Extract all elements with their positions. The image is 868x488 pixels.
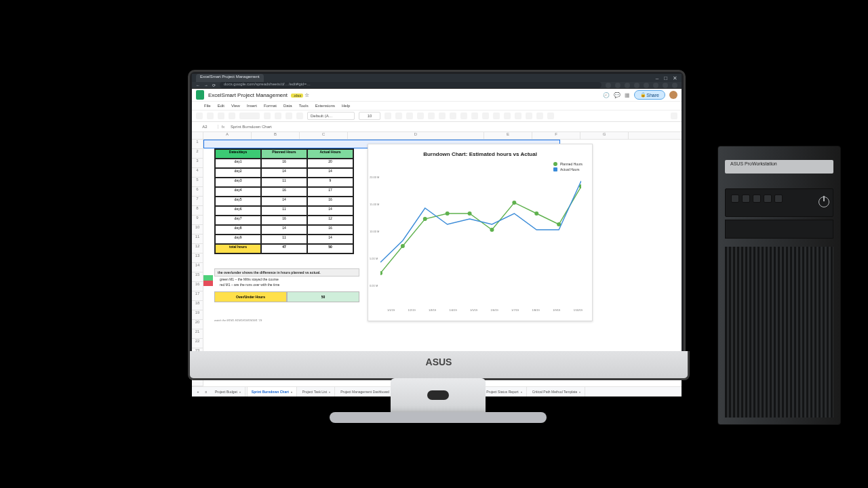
ext-icon[interactable] xyxy=(625,83,630,88)
row-header[interactable]: 8 xyxy=(192,206,203,216)
row-header[interactable]: 19 xyxy=(192,310,203,320)
nav-forward-icon[interactable]: → xyxy=(204,83,208,87)
insert-chart-icon[interactable] xyxy=(526,113,532,119)
table-cell[interactable]: 16 xyxy=(261,216,307,225)
doc-title-text[interactable]: ExcelSmart Project Management xyxy=(208,92,288,98)
borders-icon[interactable] xyxy=(439,113,446,119)
meet-icon[interactable]: ▦ xyxy=(625,92,630,98)
td-total-planned[interactable]: 47 xyxy=(261,244,307,253)
decimal-inc-icon[interactable] xyxy=(296,113,303,119)
table-cell[interactable]: day2 xyxy=(215,168,261,178)
doc-title[interactable]: ExcelSmart Project Management .xlsx ☆ xyxy=(208,92,309,98)
sheet-tab-menu-icon[interactable]: ▾ xyxy=(329,390,330,394)
col-header[interactable]: G xyxy=(580,132,629,139)
th-planned[interactable]: Planned Hours xyxy=(261,149,307,159)
row-header[interactable]: 10 xyxy=(192,225,203,235)
power-button-icon[interactable] xyxy=(818,197,829,207)
undo-icon[interactable] xyxy=(196,113,203,119)
redo-icon[interactable] xyxy=(207,113,214,119)
row-header[interactable]: 1 xyxy=(192,140,203,149)
strike-icon[interactable] xyxy=(406,113,413,119)
menu-file[interactable]: File xyxy=(204,104,211,108)
sheet-tab[interactable]: Sprint Burndown Chart▾ xyxy=(247,387,297,396)
bold-icon[interactable] xyxy=(384,113,391,119)
row-header[interactable]: 15 xyxy=(192,272,203,282)
fill-color-icon[interactable] xyxy=(428,113,435,119)
table-cell[interactable]: 14 xyxy=(307,206,353,216)
table-cell[interactable]: 9 xyxy=(307,178,353,187)
name-box[interactable]: A2 xyxy=(192,125,218,129)
ext-icon[interactable] xyxy=(644,83,649,88)
table-cell[interactable]: day3 xyxy=(215,178,261,187)
row-header[interactable]: 2 xyxy=(192,149,203,159)
burndown-table[interactable]: Dates/days Planned Hours Actual Hours da… xyxy=(214,148,354,254)
table-row[interactable]: day11620 xyxy=(215,159,353,168)
percent-icon[interactable] xyxy=(275,113,281,119)
all-sheets-button[interactable]: ≡ xyxy=(203,390,210,394)
table-cell[interactable]: day9 xyxy=(215,235,261,244)
table-row[interactable]: day41617 xyxy=(215,187,353,197)
sheet-tab[interactable]: Project Management Dashboard▾ xyxy=(336,387,397,396)
ext-icon[interactable] xyxy=(615,83,620,88)
select-all-corner[interactable] xyxy=(192,132,203,139)
rotate-icon[interactable] xyxy=(493,113,500,119)
menu-insert[interactable]: Insert xyxy=(247,104,257,108)
font-select[interactable]: Default (A… xyxy=(307,112,355,120)
sheet-tab[interactable]: Project Task List▾ xyxy=(298,387,335,396)
url-input[interactable]: docs.google.com/spreadsheets/d/…/edit#gi… xyxy=(220,82,601,88)
sheet-tab-menu-icon[interactable]: ▾ xyxy=(521,390,522,394)
menu-extensions[interactable]: Extensions xyxy=(315,104,335,108)
sheet-tab-menu-icon[interactable]: ▾ xyxy=(239,390,241,394)
table-cell[interactable]: day8 xyxy=(215,225,261,235)
table-cell[interactable]: 14 xyxy=(261,197,307,206)
row-header[interactable]: 4 xyxy=(192,168,203,178)
column-headers[interactable]: ABCDEFG xyxy=(192,132,682,140)
ext-icon[interactable] xyxy=(606,83,611,88)
table-row[interactable]: day3119 xyxy=(215,178,353,187)
ext-icon[interactable] xyxy=(672,83,677,88)
link-icon[interactable] xyxy=(504,113,511,119)
row-header[interactable]: 20 xyxy=(192,320,203,329)
td-total-actual[interactable]: 50 xyxy=(307,244,353,253)
spreadsheet-grid[interactable]: ABCDEFG 12345678910111213141516171819202… xyxy=(192,132,682,386)
wrap-icon[interactable] xyxy=(482,113,489,119)
ext-icon[interactable] xyxy=(634,83,639,88)
menu-tools[interactable]: Tools xyxy=(299,104,309,108)
ext-icon[interactable] xyxy=(653,83,658,88)
row-header[interactable]: 11 xyxy=(192,235,203,244)
row-header[interactable]: 5 xyxy=(192,178,203,187)
formula-bar[interactable]: A2 fx Sprint Burndown Chart xyxy=(192,122,682,132)
table-cell[interactable]: day5 xyxy=(215,197,261,206)
sheets-menubar[interactable]: FileEditViewInsertFormatDataToolsExtensi… xyxy=(192,102,682,110)
zoom-select[interactable] xyxy=(239,113,260,119)
row-header[interactable]: 9 xyxy=(192,216,203,225)
toolbar-collapse-icon[interactable] xyxy=(671,113,677,119)
filter-icon[interactable] xyxy=(536,113,543,119)
row-header[interactable]: 18 xyxy=(192,301,203,310)
row-header[interactable]: 3 xyxy=(192,159,203,168)
table-cell[interactable]: 14 xyxy=(307,168,353,178)
window-controls[interactable]: – □ ✕ xyxy=(656,75,677,81)
row-header[interactable]: 17 xyxy=(192,291,203,301)
menu-edit[interactable]: Edit xyxy=(218,104,224,108)
menu-help[interactable]: Help xyxy=(342,104,350,108)
burndown-chart[interactable]: Burndown Chart: Estimated hours vs Actua… xyxy=(368,144,593,321)
extension-icons[interactable] xyxy=(606,83,677,88)
text-color-icon[interactable] xyxy=(417,113,424,119)
table-cell[interactable]: 14 xyxy=(261,225,307,235)
col-header[interactable]: D xyxy=(348,132,484,139)
table-cell[interactable]: 16 xyxy=(261,159,307,168)
menu-format[interactable]: Format xyxy=(264,104,277,108)
halign-icon[interactable] xyxy=(460,113,467,119)
print-icon[interactable] xyxy=(218,113,224,119)
row-header[interactable]: 7 xyxy=(192,197,203,206)
maximize-icon[interactable]: □ xyxy=(664,75,667,81)
table-cell[interactable]: day1 xyxy=(215,159,261,168)
sheet-tab-menu-icon[interactable]: ▾ xyxy=(291,390,292,394)
sheet-tab[interactable]: Critical Path Method Template▾ xyxy=(528,387,586,396)
table-cell[interactable]: 11 xyxy=(261,235,307,244)
table-row[interactable]: day51416 xyxy=(215,197,353,206)
table-cell[interactable]: 12 xyxy=(307,216,353,225)
add-sheet-button[interactable]: + xyxy=(195,390,201,394)
row-header[interactable]: 21 xyxy=(192,329,203,339)
